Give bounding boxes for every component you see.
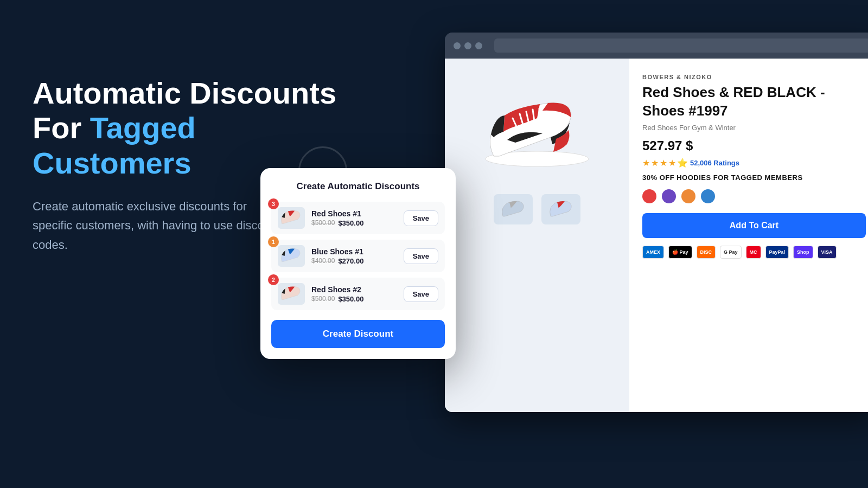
- star-1: ★: [642, 158, 650, 168]
- item-details-3: Red Shoes #2 $500.00 $350.00: [311, 285, 397, 303]
- browser-address-bar: [494, 38, 868, 53]
- rating-count: 52,006 Ratings: [690, 159, 739, 167]
- discounted-price-1: $350.00: [338, 219, 363, 227]
- item-thumb-2: [278, 245, 305, 267]
- browser-content: BOWERS & NIZOKO Red Shoes & RED BLACK -S…: [445, 59, 868, 412]
- swatch-red[interactable]: [642, 189, 656, 203]
- save-button-2[interactable]: Save: [404, 248, 438, 264]
- browser-dot-green: [475, 42, 482, 49]
- payment-shopify: Shop: [793, 246, 813, 259]
- discount-item-2: 1 Blue Shoes #1 $400.00 $270.00 Save: [271, 240, 445, 272]
- item-badge-1: 3: [268, 198, 279, 209]
- brand-label: BOWERS & NIZOKO: [642, 74, 866, 80]
- main-product-image: [467, 69, 608, 178]
- item-thumb-1: [278, 207, 305, 229]
- discount-item-1: 3 Red Shoes #1 $500.00 $350.00 Save: [271, 202, 445, 234]
- item-prices-3: $500.00 $350.00: [311, 295, 397, 303]
- star-2: ★: [651, 158, 659, 168]
- headline-line1: Automatic Discounts: [33, 76, 336, 110]
- discount-item-3: 2 Red Shoes #2 $500.00 $350.00 Save: [271, 278, 445, 310]
- swatch-purple[interactable]: [662, 189, 676, 203]
- browser-window: BOWERS & NIZOKO Red Shoes & RED BLACK -S…: [445, 33, 868, 412]
- payment-gpay: G Pay: [720, 246, 742, 259]
- payment-apple-pay: 🍎 Pay: [668, 246, 692, 259]
- payment-mastercard: MC: [746, 246, 761, 259]
- thumb-1: [494, 194, 533, 224]
- payment-methods: AMEX 🍎 Pay DISC G Pay MC PayPal Shop VIS…: [642, 246, 866, 259]
- original-price-2: $400.00: [311, 257, 335, 265]
- stars: ★ ★ ★ ★ ⭐: [642, 158, 688, 168]
- star-5-half: ⭐: [677, 158, 688, 168]
- add-to-cart-button[interactable]: Add To Cart: [642, 213, 866, 238]
- thumb-2: [541, 194, 580, 224]
- thumbnail-row: [488, 189, 586, 230]
- browser-dot-yellow: [464, 42, 471, 49]
- item-thumb-3: [278, 283, 305, 305]
- browser-dot-red: [454, 42, 461, 49]
- star-3: ★: [660, 158, 667, 168]
- swatch-blue[interactable]: [701, 189, 715, 203]
- star-rating: ★ ★ ★ ★ ⭐ 52,006 Ratings: [642, 158, 866, 168]
- product-price: 527.97 $: [642, 138, 866, 153]
- swatch-orange[interactable]: [681, 189, 695, 203]
- item-details-2: Blue Shoes #1 $400.00 $270.00: [311, 247, 397, 265]
- discount-modal: Create Automatic Discounts 3 Red Shoes #…: [260, 168, 456, 359]
- discount-banner: 30% OFF HOODIES FOR TAGGED MEMBERS: [642, 174, 866, 182]
- item-name-3: Red Shoes #2: [311, 285, 397, 294]
- original-price-3: $500.00: [311, 295, 335, 303]
- payment-paypal: PayPal: [765, 246, 789, 259]
- item-details-1: Red Shoes #1 $500.00 $350.00: [311, 209, 397, 227]
- product-info-area: BOWERS & NIZOKO Red Shoes & RED BLACK -S…: [629, 59, 868, 412]
- product-subtitle: Red Shoes For Gym & Winter: [642, 124, 866, 132]
- item-badge-3: 2: [268, 274, 279, 285]
- item-prices-1: $500.00 $350.00: [311, 219, 397, 227]
- payment-amex: AMEX: [642, 246, 664, 259]
- browser-toolbar: [445, 33, 868, 59]
- color-swatches: [642, 189, 866, 203]
- item-badge-2: 1: [268, 236, 279, 247]
- payment-discover: DISC: [697, 246, 716, 259]
- item-prices-2: $400.00 $270.00: [311, 257, 397, 265]
- product-image-area: [445, 59, 629, 412]
- discounted-price-3: $350.00: [338, 295, 363, 303]
- discounted-price-2: $270.00: [338, 257, 363, 265]
- modal-title: Create Automatic Discounts: [271, 181, 445, 192]
- save-button-3[interactable]: Save: [404, 286, 438, 302]
- star-4: ★: [668, 158, 676, 168]
- hero-subtext: Create automatic exclusive discounts for…: [33, 197, 282, 254]
- item-name-2: Blue Shoes #1: [311, 247, 397, 256]
- headline-line2-plain: For: [33, 111, 90, 145]
- original-price-1: $500.00: [311, 219, 335, 227]
- create-discount-button[interactable]: Create Discount: [271, 320, 445, 348]
- browser-dots: [454, 42, 482, 49]
- product-title: Red Shoes & RED BLACK -Shoes #1997: [642, 84, 866, 120]
- save-button-1[interactable]: Save: [404, 210, 438, 226]
- item-name-1: Red Shoes #1: [311, 209, 397, 218]
- payment-visa: VISA: [818, 246, 837, 259]
